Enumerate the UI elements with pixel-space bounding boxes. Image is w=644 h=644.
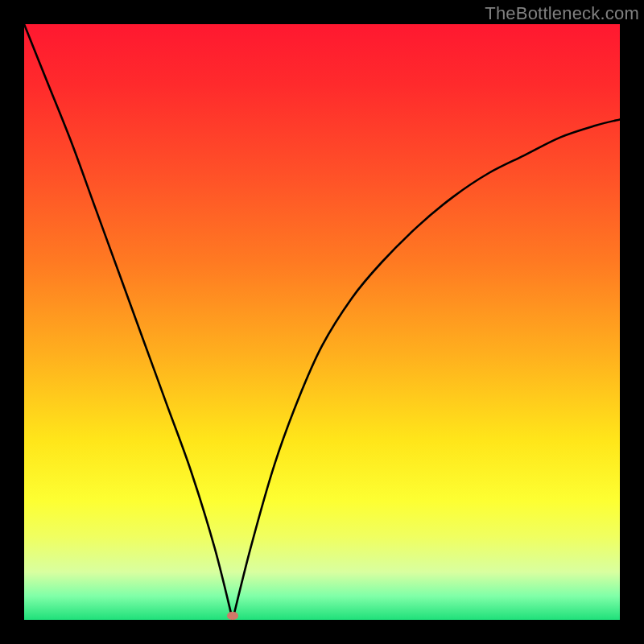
minimum-marker bbox=[227, 612, 238, 620]
chart-stage: TheBottleneck.com bbox=[0, 0, 644, 644]
plot-area bbox=[24, 24, 620, 620]
watermark-text: TheBottleneck.com bbox=[485, 3, 639, 24]
bottleneck-curve bbox=[24, 24, 620, 620]
